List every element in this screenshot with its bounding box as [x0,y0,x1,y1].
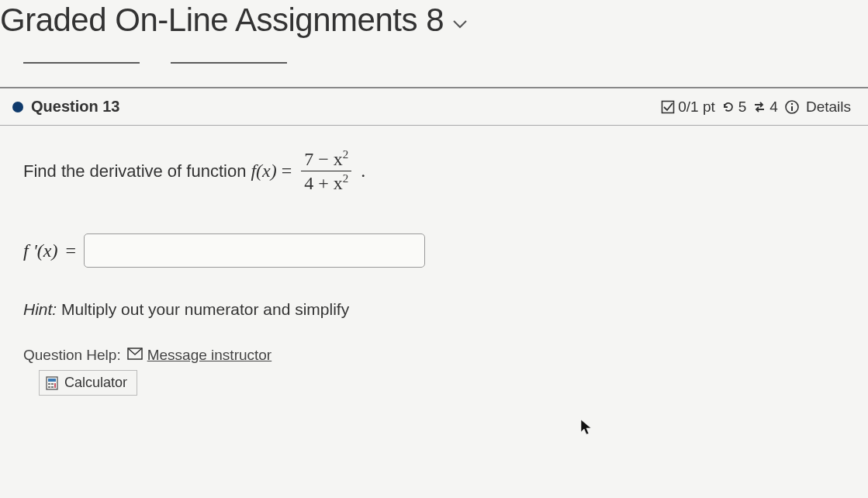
retry-icon [721,100,735,114]
svg-rect-8 [51,383,54,385]
question-label-group: Question 13 [12,98,119,116]
calculator-button[interactable]: Calculator [39,370,137,396]
blank-line [171,62,287,64]
message-instructor-link[interactable]: Message instructor [127,347,272,364]
numerator: 7 − x2 [301,147,351,171]
svg-rect-10 [48,386,50,388]
numerator-exp: 2 [343,148,349,161]
problem-statement: Find the derivative of function f(x) = 7… [23,147,845,195]
fx-symbol: f(x) [251,161,276,182]
svg-rect-6 [48,379,56,382]
status-dot-icon [12,102,23,112]
help-label: Question Help: [23,347,121,364]
blank-line [23,62,140,64]
chevron-down-icon[interactable] [453,16,467,33]
equals-sign: = [282,161,292,182]
answer-equals: = [65,240,76,261]
details-link[interactable]: Details [806,99,851,116]
swap-icon [752,100,766,114]
svg-rect-7 [48,383,50,385]
answer-row: f '(x) = [23,233,845,268]
hint-row: Hint: Multiply out your numerator and si… [23,300,845,319]
question-meta: 0/1 pt 5 4 Details [661,99,851,116]
fprime-label: f '(x) [23,240,57,261]
prompt-text: Find the derivative of function [23,161,246,182]
period: . [361,161,365,182]
denominator-exp: 2 [343,172,349,185]
question-number: Question 13 [31,98,119,116]
blank-fill-lines [0,39,868,87]
question-content: Find the derivative of function f(x) = 7… [0,126,868,403]
envelope-icon [127,347,143,364]
svg-rect-9 [54,383,56,388]
message-instructor-text: Message instructor [147,347,272,364]
attempts-remaining: 5 [738,99,747,116]
hint-label: Hint: [23,300,57,318]
hint-text: Multiply out your numerator and simplify [57,300,349,318]
page-title-row: Graded On-Line Assignments 8 [0,0,868,39]
svg-point-2 [791,102,793,104]
info-icon[interactable] [784,99,800,115]
question-header: Question 13 0/1 pt 5 4 Details [0,87,868,126]
answer-input[interactable] [84,233,425,268]
calculator-icon [46,376,58,390]
svg-rect-3 [791,106,793,111]
checkbox-icon [661,100,675,114]
svg-rect-11 [51,386,54,388]
page-title: Graded On-Line Assignments 8 [0,2,444,39]
fraction: 7 − x2 4 + x2 [301,147,351,195]
calculator-label: Calculator [64,375,127,391]
retries-text: 4 [769,99,778,116]
score-text: 0/1 pt [678,99,715,116]
denominator-base: 4 + x [304,173,343,193]
numerator-base: 7 − x [304,149,343,169]
cursor-icon [580,419,594,439]
help-row: Question Help: Message instructor [23,347,845,364]
denominator: 4 + x2 [301,171,351,195]
